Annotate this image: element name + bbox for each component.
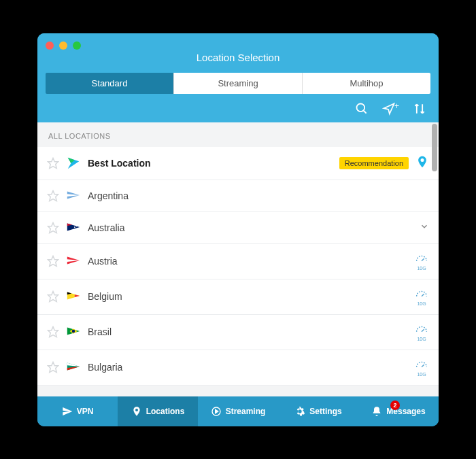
messages-badge: 2: [390, 401, 400, 410]
svg-point-14: [76, 225, 78, 226]
tab-standard[interactable]: Standard: [46, 73, 174, 94]
svg-line-34: [422, 364, 424, 367]
location-label: Australia: [88, 222, 414, 233]
nav-label: VPN: [77, 407, 94, 416]
favorite-icon[interactable]: [47, 222, 59, 234]
location-label: Bulgaria: [88, 362, 407, 373]
page-title: Location Selection: [197, 52, 280, 63]
list-item[interactable]: Bulgaria 10G: [37, 350, 439, 386]
nav-label: Locations: [146, 407, 185, 416]
play-circle-icon: [211, 406, 222, 417]
list-item[interactable]: Brasil 10G: [37, 315, 439, 350]
speed-10g-icon: 10G: [414, 252, 429, 271]
location-pin-icon: [131, 406, 142, 417]
svg-marker-25: [48, 327, 58, 337]
maximize-icon[interactable]: [73, 41, 81, 50]
best-location-icon: [66, 156, 81, 171]
svg-marker-15: [48, 256, 58, 267]
gear-icon: [294, 406, 305, 417]
list-item[interactable]: Austria 10G: [37, 244, 439, 279]
bell-icon: [371, 406, 382, 417]
nav-vpn[interactable]: VPN: [37, 396, 118, 426]
speed-10g-icon: 10G: [414, 288, 429, 306]
chevron-down-icon[interactable]: [420, 222, 429, 234]
navigate-icon[interactable]: +: [382, 102, 399, 116]
list-item[interactable]: Best Location Recommendation: [37, 147, 439, 180]
minimize-icon[interactable]: [59, 41, 67, 50]
paper-plane-icon: [62, 406, 73, 417]
favorite-icon[interactable]: [47, 290, 59, 303]
recommendation-badge: Recommendation: [339, 157, 409, 169]
tab-multihop[interactable]: Multihop: [303, 73, 430, 94]
flag-argentina-icon: [66, 188, 81, 203]
nav-label: Settings: [309, 407, 341, 416]
favorite-icon[interactable]: [47, 326, 59, 338]
list-item[interactable]: Australia: [37, 212, 439, 244]
nav-settings[interactable]: Settings: [278, 396, 358, 426]
tab-streaming[interactable]: Streaming: [174, 73, 303, 94]
location-label: Austria: [88, 256, 407, 267]
favorite-icon[interactable]: [47, 190, 59, 202]
svg-point-35: [135, 409, 138, 411]
nav-locations[interactable]: Locations: [118, 396, 198, 426]
section-header: ALL LOCATIONS: [37, 122, 439, 147]
flag-australia-icon: [66, 220, 81, 235]
flag-belgium-icon: [66, 289, 81, 304]
svg-marker-6: [48, 190, 58, 201]
svg-line-24: [422, 294, 424, 296]
location-pin-icon: [415, 155, 429, 171]
flag-austria-icon: [66, 254, 81, 269]
search-icon[interactable]: [355, 102, 369, 116]
toolbar: +: [37, 94, 439, 122]
speed-10g-icon: 10G: [414, 358, 429, 377]
scrollbar[interactable]: [432, 124, 437, 171]
svg-marker-37: [215, 409, 218, 413]
favorite-icon[interactable]: [47, 157, 59, 169]
svg-point-0: [356, 103, 364, 112]
list-item[interactable]: Belgium 10G: [37, 279, 439, 315]
bottom-nav: VPN Locations Streaming Settings 2 Mes: [37, 396, 439, 426]
svg-point-13: [74, 226, 75, 228]
location-label: Best Location: [88, 158, 333, 169]
sort-icon[interactable]: [413, 102, 426, 116]
titlebar: Location Selection: [37, 33, 439, 73]
nav-streaming[interactable]: Streaming: [198, 396, 278, 426]
list-item[interactable]: Argentina: [37, 180, 439, 212]
speed-10g-icon: 10G: [414, 323, 429, 341]
window-controls: [46, 41, 81, 50]
location-label: Argentina: [88, 190, 429, 201]
svg-marker-23: [75, 294, 80, 297]
svg-line-1: [363, 110, 366, 113]
location-label: Brasil: [88, 326, 407, 337]
svg-marker-2: [48, 158, 58, 168]
svg-marker-20: [48, 292, 58, 302]
close-icon[interactable]: [46, 41, 54, 50]
app-window: Location Selection Standard Streaming Mu…: [37, 33, 439, 426]
mode-tabs: Standard Streaming Multihop: [46, 73, 430, 94]
nav-label: Streaming: [226, 407, 266, 416]
nav-messages[interactable]: 2 Messages: [358, 396, 439, 426]
location-label: Belgium: [88, 291, 407, 302]
location-list: ALL LOCATIONS Best Location Recommendati…: [37, 122, 439, 396]
svg-marker-30: [48, 362, 58, 373]
svg-line-29: [422, 329, 424, 332]
svg-line-19: [422, 258, 424, 261]
flag-bulgaria-icon: [66, 360, 81, 375]
svg-point-5: [421, 158, 424, 162]
svg-point-28: [72, 330, 75, 333]
svg-marker-10: [48, 222, 58, 233]
favorite-icon[interactable]: [47, 255, 59, 267]
flag-brasil-icon: [66, 324, 81, 339]
favorite-icon[interactable]: [47, 361, 59, 373]
